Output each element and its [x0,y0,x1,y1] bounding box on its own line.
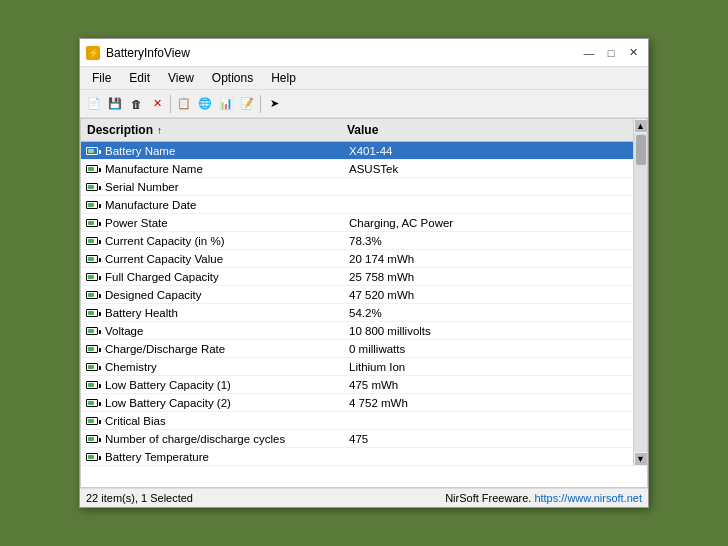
row-value: 47 520 mWh [343,288,633,302]
toolbar: 📄 💾 🗑 ✕ 📋 🌐 📊 📝 ➤ [80,90,648,118]
row-description: Critical Bias [103,414,343,428]
toolbar-delete[interactable]: 🗑 [126,94,146,114]
status-nirsoft: NirSoft Freeware. https://www.nirsoft.ne… [445,492,642,504]
table-row[interactable]: Full Charged Capacity25 758 mWh [81,268,633,286]
battery-icon [85,180,99,194]
row-value [343,186,633,188]
table-row[interactable]: Battery Temperature [81,448,633,466]
header-value: Value [341,122,633,138]
data-table: Description ↑ Value Battery NameX401-44M… [80,118,648,488]
menu-edit[interactable]: Edit [121,69,158,87]
table-row[interactable]: Charge/Discharge Rate0 milliwatts [81,340,633,358]
table-row[interactable]: Current Capacity Value20 174 mWh [81,250,633,268]
row-value: 10 800 millivolts [343,324,633,338]
scroll-down[interactable]: ▼ [635,453,647,465]
row-description: Number of charge/discharge cycles [103,432,343,446]
toolbar-close[interactable]: ✕ [147,94,167,114]
row-description: Battery Temperature [103,450,343,464]
menu-options[interactable]: Options [204,69,261,87]
title-bar: ⚡ BatteryInfoView — □ ✕ [80,39,648,67]
row-value: 78.3% [343,234,633,248]
battery-icon [85,216,99,230]
table-row[interactable]: Designed Capacity47 520 mWh [81,286,633,304]
row-description: Designed Capacity [103,288,343,302]
battery-icon [85,252,99,266]
table-body[interactable]: Battery NameX401-44Manufacture NameASUST… [81,142,633,466]
toolbar-new[interactable]: 📄 [84,94,104,114]
battery-icon [85,432,99,446]
title-bar-left: ⚡ BatteryInfoView [86,46,190,60]
row-description: Power State [103,216,343,230]
nirsoft-text: NirSoft Freeware. [445,492,534,504]
table-row[interactable]: Voltage10 800 millivolts [81,322,633,340]
table-row[interactable]: Manufacture Date [81,196,633,214]
menu-bar: File Edit View Options Help [80,67,648,90]
battery-icon [85,306,99,320]
scroll-track[interactable] [634,133,647,452]
row-value: 20 174 mWh [343,252,633,266]
battery-icon [85,360,99,374]
toolbar-copy[interactable]: 📋 [174,94,194,114]
row-value: Charging, AC Power [343,216,633,230]
title-controls: — □ ✕ [580,44,642,62]
toolbar-separator-1 [170,95,171,113]
header-description: Description ↑ [81,122,341,138]
scroll-thumb[interactable] [636,135,646,165]
row-description: Manufacture Date [103,198,343,212]
battery-icon [85,396,99,410]
table-row[interactable]: Current Capacity (in %)78.3% [81,232,633,250]
window-title: BatteryInfoView [106,46,190,60]
row-description: Serial Number [103,180,343,194]
toolbar-html[interactable]: 🌐 [195,94,215,114]
row-description: Current Capacity Value [103,252,343,266]
menu-help[interactable]: Help [263,69,304,87]
close-button[interactable]: ✕ [624,44,642,62]
row-description: Battery Name [103,144,343,158]
battery-icon [85,162,99,176]
battery-icon [85,144,99,158]
row-description: Full Charged Capacity [103,270,343,284]
table-row[interactable]: Number of charge/discharge cycles475 [81,430,633,448]
minimize-button[interactable]: — [580,44,598,62]
battery-icon [85,234,99,248]
table-row[interactable]: Manufacture NameASUSTek [81,160,633,178]
table-row[interactable]: ChemistryLithium Ion [81,358,633,376]
toolbar-refresh[interactable]: ➤ [264,94,284,114]
row-value: 475 [343,432,633,446]
table-row[interactable]: Low Battery Capacity (1)475 mWh [81,376,633,394]
menu-view[interactable]: View [160,69,202,87]
table-row[interactable]: Serial Number [81,178,633,196]
battery-icon [85,342,99,356]
row-description: Battery Health [103,306,343,320]
row-value: 54.2% [343,306,633,320]
table-row[interactable]: Battery NameX401-44 [81,142,633,160]
scrollbar[interactable]: ▲ ▼ [633,119,647,466]
toolbar-separator-2 [260,95,261,113]
row-value [343,420,633,422]
row-description: Current Capacity (in %) [103,234,343,248]
battery-icon [85,324,99,338]
scroll-up[interactable]: ▲ [635,120,647,132]
table-row[interactable]: Low Battery Capacity (2)4 752 mWh [81,394,633,412]
table-row[interactable]: Power StateCharging, AC Power [81,214,633,232]
row-description: Charge/Discharge Rate [103,342,343,356]
table-row[interactable]: Critical Bias [81,412,633,430]
row-description: Voltage [103,324,343,338]
toolbar-xml[interactable]: 📊 [216,94,236,114]
app-icon: ⚡ [86,46,100,60]
row-value: X401-44 [343,144,633,158]
status-bar: 22 item(s), 1 Selected NirSoft Freeware.… [80,488,648,507]
toolbar-text[interactable]: 📝 [237,94,257,114]
table-row[interactable]: Battery Health54.2% [81,304,633,322]
menu-file[interactable]: File [84,69,119,87]
battery-icon [85,450,99,464]
row-description: Manufacture Name [103,162,343,176]
battery-icon [85,378,99,392]
row-value: 25 758 mWh [343,270,633,284]
toolbar-save[interactable]: 💾 [105,94,125,114]
nirsoft-link[interactable]: https://www.nirsoft.net [534,492,642,504]
maximize-button[interactable]: □ [602,44,620,62]
row-description: Low Battery Capacity (2) [103,396,343,410]
row-description: Chemistry [103,360,343,374]
battery-icon [85,198,99,212]
